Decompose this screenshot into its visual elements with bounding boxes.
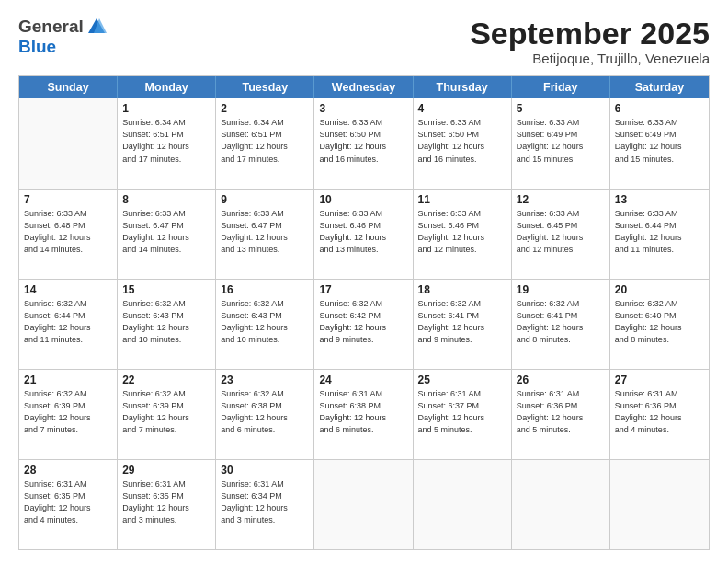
cal-cell-2-5: 19Sunrise: 6:32 AM Sunset: 6:41 PM Dayli… [512, 280, 610, 369]
cell-info: Sunrise: 6:31 AM Sunset: 6:37 PM Dayligh… [418, 388, 506, 436]
day-number: 22 [122, 373, 210, 386]
cal-cell-3-6: 27Sunrise: 6:31 AM Sunset: 6:36 PM Dayli… [610, 370, 709, 459]
logo: General Blue [18, 17, 107, 57]
cell-info: Sunrise: 6:33 AM Sunset: 6:47 PM Dayligh… [221, 208, 309, 256]
calendar: Sunday Monday Tuesday Wednesday Thursday… [18, 75, 710, 550]
day-number: 27 [615, 373, 704, 386]
cell-info: Sunrise: 6:33 AM Sunset: 6:44 PM Dayligh… [615, 208, 704, 256]
cal-cell-1-4: 11Sunrise: 6:33 AM Sunset: 6:46 PM Dayli… [414, 190, 512, 279]
day-number: 21 [24, 373, 112, 386]
day-number: 14 [24, 283, 112, 296]
cell-info: Sunrise: 6:31 AM Sunset: 6:36 PM Dayligh… [615, 388, 704, 436]
cal-cell-3-3: 24Sunrise: 6:31 AM Sunset: 6:38 PM Dayli… [314, 370, 413, 459]
cell-info: Sunrise: 6:31 AM Sunset: 6:36 PM Dayligh… [517, 388, 605, 436]
cell-info: Sunrise: 6:33 AM Sunset: 6:46 PM Dayligh… [418, 208, 506, 256]
cal-cell-0-3: 3Sunrise: 6:33 AM Sunset: 6:50 PM Daylig… [314, 98, 413, 188]
day-number: 18 [418, 283, 506, 296]
cell-info: Sunrise: 6:34 AM Sunset: 6:51 PM Dayligh… [221, 117, 309, 165]
day-number: 10 [319, 193, 407, 206]
cell-info: Sunrise: 6:32 AM Sunset: 6:39 PM Dayligh… [122, 388, 210, 436]
title-section: September 2025 Betijoque, Trujillo, Vene… [470, 17, 710, 66]
logo-icon [86, 17, 107, 37]
calendar-body: 1Sunrise: 6:34 AM Sunset: 6:51 PM Daylig… [19, 98, 709, 549]
day-number: 13 [615, 193, 704, 206]
cell-info: Sunrise: 6:31 AM Sunset: 6:35 PM Dayligh… [122, 478, 210, 526]
cal-cell-1-1: 8Sunrise: 6:33 AM Sunset: 6:47 PM Daylig… [118, 190, 216, 279]
cell-info: Sunrise: 6:34 AM Sunset: 6:51 PM Dayligh… [122, 117, 210, 165]
cal-cell-3-1: 22Sunrise: 6:32 AM Sunset: 6:39 PM Dayli… [118, 370, 216, 459]
month-title: September 2025 [470, 17, 710, 51]
calendar-row-0: 1Sunrise: 6:34 AM Sunset: 6:51 PM Daylig… [19, 98, 709, 189]
day-number: 15 [122, 283, 210, 296]
cal-cell-4-6 [610, 460, 709, 549]
cal-cell-0-1: 1Sunrise: 6:34 AM Sunset: 6:51 PM Daylig… [118, 98, 216, 188]
cal-cell-4-3 [314, 460, 413, 549]
cal-cell-1-3: 10Sunrise: 6:33 AM Sunset: 6:46 PM Dayli… [314, 190, 413, 279]
cell-info: Sunrise: 6:33 AM Sunset: 6:49 PM Dayligh… [517, 117, 605, 165]
cal-cell-4-5 [512, 460, 610, 549]
day-number: 1 [122, 102, 210, 115]
day-number: 12 [517, 193, 605, 206]
cal-cell-1-5: 12Sunrise: 6:33 AM Sunset: 6:45 PM Dayli… [512, 190, 610, 279]
day-number: 4 [418, 102, 506, 115]
cal-cell-4-1: 29Sunrise: 6:31 AM Sunset: 6:35 PM Dayli… [118, 460, 216, 549]
day-number: 26 [517, 373, 605, 386]
cell-info: Sunrise: 6:33 AM Sunset: 6:50 PM Dayligh… [418, 117, 506, 165]
cal-cell-2-3: 17Sunrise: 6:32 AM Sunset: 6:42 PM Dayli… [314, 280, 413, 369]
cal-cell-2-1: 15Sunrise: 6:32 AM Sunset: 6:43 PM Dayli… [118, 280, 216, 369]
cell-info: Sunrise: 6:32 AM Sunset: 6:41 PM Dayligh… [418, 298, 506, 346]
cal-cell-1-0: 7Sunrise: 6:33 AM Sunset: 6:48 PM Daylig… [19, 190, 118, 279]
calendar-row-3: 21Sunrise: 6:32 AM Sunset: 6:39 PM Dayli… [19, 370, 709, 460]
day-number: 2 [221, 102, 309, 115]
calendar-row-2: 14Sunrise: 6:32 AM Sunset: 6:44 PM Dayli… [19, 280, 709, 370]
logo-blue-text: Blue [18, 37, 56, 56]
cal-cell-1-2: 9Sunrise: 6:33 AM Sunset: 6:47 PM Daylig… [216, 190, 314, 279]
cell-info: Sunrise: 6:32 AM Sunset: 6:44 PM Dayligh… [24, 298, 112, 346]
cal-cell-0-4: 4Sunrise: 6:33 AM Sunset: 6:50 PM Daylig… [414, 98, 512, 188]
cal-cell-2-0: 14Sunrise: 6:32 AM Sunset: 6:44 PM Dayli… [19, 280, 118, 369]
cal-cell-4-2: 30Sunrise: 6:31 AM Sunset: 6:34 PM Dayli… [216, 460, 314, 549]
day-number: 25 [418, 373, 506, 386]
logo-general-text: General [18, 17, 84, 37]
cell-info: Sunrise: 6:32 AM Sunset: 6:41 PM Dayligh… [517, 298, 605, 346]
day-number: 28 [24, 464, 112, 477]
day-number: 29 [122, 464, 210, 477]
cell-info: Sunrise: 6:31 AM Sunset: 6:34 PM Dayligh… [221, 478, 309, 526]
weekday-monday: Monday [118, 76, 216, 98]
day-number: 16 [221, 283, 309, 296]
cal-cell-3-5: 26Sunrise: 6:31 AM Sunset: 6:36 PM Dayli… [512, 370, 610, 459]
cal-cell-0-6: 6Sunrise: 6:33 AM Sunset: 6:49 PM Daylig… [610, 98, 709, 188]
cal-cell-4-0: 28Sunrise: 6:31 AM Sunset: 6:35 PM Dayli… [19, 460, 118, 549]
cell-info: Sunrise: 6:33 AM Sunset: 6:50 PM Dayligh… [319, 117, 407, 165]
day-number: 23 [221, 373, 309, 386]
day-number: 9 [221, 193, 309, 206]
cal-cell-2-6: 20Sunrise: 6:32 AM Sunset: 6:40 PM Dayli… [610, 280, 709, 369]
cal-cell-0-0 [19, 98, 118, 188]
day-number: 17 [319, 283, 407, 296]
cal-cell-3-2: 23Sunrise: 6:32 AM Sunset: 6:38 PM Dayli… [216, 370, 314, 459]
day-number: 3 [319, 102, 407, 115]
cell-info: Sunrise: 6:33 AM Sunset: 6:47 PM Dayligh… [122, 208, 210, 256]
cell-info: Sunrise: 6:31 AM Sunset: 6:35 PM Dayligh… [24, 478, 112, 526]
calendar-header: Sunday Monday Tuesday Wednesday Thursday… [19, 76, 709, 98]
day-number: 30 [221, 464, 309, 477]
cell-info: Sunrise: 6:32 AM Sunset: 6:43 PM Dayligh… [122, 298, 210, 346]
cal-cell-3-4: 25Sunrise: 6:31 AM Sunset: 6:37 PM Dayli… [414, 370, 512, 459]
cell-info: Sunrise: 6:32 AM Sunset: 6:39 PM Dayligh… [24, 388, 112, 436]
weekday-wednesday: Wednesday [314, 76, 413, 98]
day-number: 11 [418, 193, 506, 206]
cal-cell-4-4 [414, 460, 512, 549]
cell-info: Sunrise: 6:32 AM Sunset: 6:42 PM Dayligh… [319, 298, 407, 346]
day-number: 20 [615, 283, 704, 296]
cell-info: Sunrise: 6:33 AM Sunset: 6:45 PM Dayligh… [517, 208, 605, 256]
day-number: 7 [24, 193, 112, 206]
location-subtitle: Betijoque, Trujillo, Venezuela [470, 51, 710, 66]
day-number: 6 [615, 102, 704, 115]
day-number: 8 [122, 193, 210, 206]
weekday-friday: Friday [512, 76, 610, 98]
cell-info: Sunrise: 6:33 AM Sunset: 6:48 PM Dayligh… [24, 208, 112, 256]
day-number: 24 [319, 373, 407, 386]
header: General Blue September 2025 Betijoque, T… [18, 17, 710, 66]
cal-cell-2-2: 16Sunrise: 6:32 AM Sunset: 6:43 PM Dayli… [216, 280, 314, 369]
cell-info: Sunrise: 6:33 AM Sunset: 6:46 PM Dayligh… [319, 208, 407, 256]
